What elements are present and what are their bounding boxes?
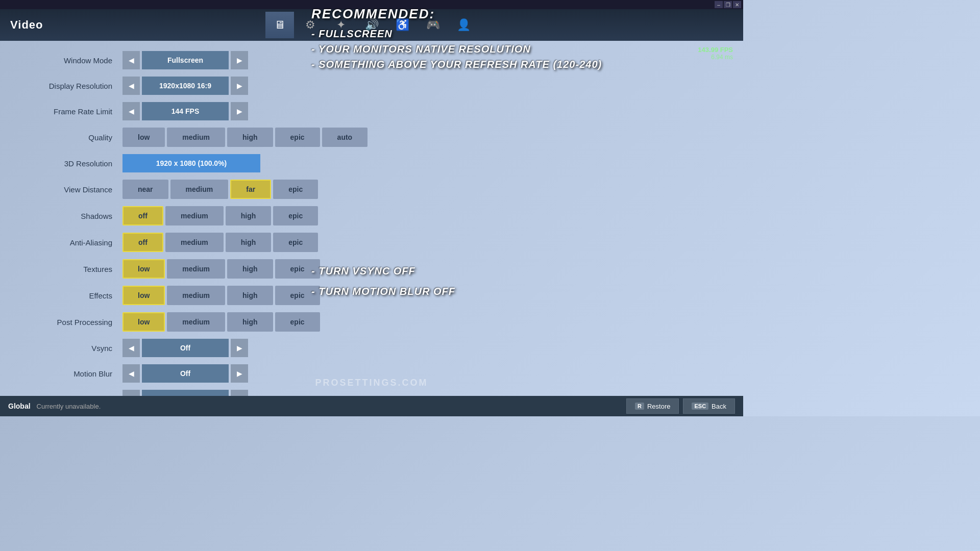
anti-aliasing-off[interactable]: off: [122, 233, 163, 252]
frame-rate-value: 144 FPS: [142, 102, 229, 120]
quality-high[interactable]: high: [227, 128, 273, 147]
window-mode-value: Fullscreen: [142, 51, 229, 69]
nav-tabs: 🖥 ⚙ ✦ 🔊 ♿ 🎮 👤: [265, 12, 478, 38]
quality-low[interactable]: low: [122, 128, 165, 147]
quality-row: Quality low medium high epic auto: [20, 128, 723, 147]
restore-label: Restore: [647, 403, 671, 410]
tab-accessibility[interactable]: ♿: [388, 12, 416, 38]
frame-rate-prev[interactable]: ◀: [122, 102, 140, 120]
window-mode-label: Window Mode: [20, 56, 122, 65]
shadows-epic[interactable]: epic: [273, 206, 318, 226]
display-resolution-label: Display Resolution: [20, 82, 122, 90]
footer: Global Currently unavailable. R Restore …: [0, 396, 743, 416]
anti-aliasing-medium[interactable]: medium: [165, 233, 224, 252]
shadows-controls: off medium high epic: [122, 206, 318, 226]
post-processing-row: Post Processing low medium high epic: [20, 312, 723, 332]
tab-controller[interactable]: 🎮: [419, 12, 447, 38]
window-mode-row: Window Mode ◀ Fullscreen ▶: [20, 51, 723, 69]
restore-button[interactable]: ❒: [724, 1, 732, 8]
vsync-next[interactable]: ▶: [231, 339, 248, 357]
back-label: Back: [712, 403, 726, 410]
footer-global-label: Global: [8, 402, 31, 410]
shadows-label: Shadows: [20, 212, 122, 220]
display-resolution-next[interactable]: ▶: [231, 77, 248, 95]
vsync-label: Vsync: [20, 344, 122, 353]
restore-key: R: [635, 403, 644, 410]
view-distance-row: View Distance near medium far epic: [20, 180, 723, 199]
vsync-prev[interactable]: ◀: [122, 339, 140, 357]
tab-game[interactable]: ⚙: [296, 12, 325, 38]
back-key: ESC: [692, 403, 708, 410]
effects-low[interactable]: low: [122, 286, 165, 305]
anti-aliasing-controls: off medium high epic: [122, 233, 318, 252]
resolution-3d-controls: 980 x 551 (100.0%): [122, 154, 260, 172]
header: Video 🖥 ⚙ ✦ 🔊 ♿ 🎮 👤: [0, 9, 743, 41]
resolution-3d-row: 3D Resolution 980 x 551 (100.0%): [20, 154, 723, 172]
post-processing-low[interactable]: low: [122, 312, 165, 332]
display-resolution-prev[interactable]: ◀: [122, 77, 140, 95]
textures-controls: low medium high epic: [122, 259, 320, 279]
frame-rate-next[interactable]: ▶: [231, 102, 248, 120]
effects-epic[interactable]: epic: [275, 286, 320, 305]
close-button[interactable]: ✕: [733, 1, 741, 8]
motion-blur-controls: ◀ Off ▶: [122, 364, 248, 383]
restore-button[interactable]: R Restore: [626, 398, 679, 414]
motion-blur-value: Off: [142, 364, 229, 383]
effects-controls: low medium high epic: [122, 286, 320, 305]
quality-auto[interactable]: auto: [322, 128, 368, 147]
tab-audio[interactable]: 🔊: [357, 12, 386, 38]
quality-medium[interactable]: medium: [167, 128, 225, 147]
effects-label: Effects: [20, 291, 122, 300]
quality-label: Quality: [20, 133, 122, 142]
textures-epic[interactable]: epic: [275, 259, 320, 279]
shadows-row: Shadows off medium high epic: [20, 206, 723, 226]
display-resolution-value: 980x551 16:9: [142, 77, 229, 95]
anti-aliasing-epic[interactable]: epic: [273, 233, 318, 252]
motion-blur-row: Motion Blur ◀ Off ▶: [20, 364, 723, 383]
shadows-high[interactable]: high: [226, 206, 272, 226]
view-distance-near[interactable]: near: [122, 180, 168, 199]
vsync-value: Off: [142, 339, 229, 357]
effects-high[interactable]: high: [227, 286, 273, 305]
post-processing-medium[interactable]: medium: [167, 312, 225, 332]
tab-video[interactable]: 🖥: [265, 12, 294, 38]
motion-blur-label: Motion Blur: [20, 369, 122, 378]
main-content: Window Mode ◀ Fullscreen ▶ Display Resol…: [0, 41, 743, 396]
post-processing-high[interactable]: high: [227, 312, 273, 332]
minimize-button[interactable]: –: [715, 1, 723, 8]
effects-medium[interactable]: medium: [167, 286, 225, 305]
view-distance-epic[interactable]: epic: [273, 180, 318, 199]
textures-high[interactable]: high: [227, 259, 273, 279]
motion-blur-prev[interactable]: ◀: [122, 364, 140, 383]
title-bar: – ❒ ✕: [0, 0, 743, 9]
window-mode-controls: ◀ Fullscreen ▶: [122, 51, 248, 69]
post-processing-label: Post Processing: [20, 318, 122, 327]
quality-epic[interactable]: epic: [275, 128, 320, 147]
vsync-row: Vsync ◀ Off ▶: [20, 339, 723, 357]
tab-account[interactable]: 👤: [449, 12, 478, 38]
shadows-off[interactable]: off: [122, 206, 163, 226]
effects-row: Effects low medium high epic: [20, 286, 723, 305]
textures-label: Textures: [20, 265, 122, 273]
view-distance-far[interactable]: far: [230, 180, 271, 199]
tab-brightness[interactable]: ✦: [327, 12, 355, 38]
window-mode-next[interactable]: ▶: [231, 51, 248, 69]
textures-row: Textures low medium high epic: [20, 259, 723, 279]
view-distance-controls: near medium far epic: [122, 180, 318, 199]
anti-aliasing-high[interactable]: high: [226, 233, 272, 252]
motion-blur-next[interactable]: ▶: [231, 364, 248, 383]
quality-controls: low medium high epic auto: [122, 128, 368, 147]
shadows-medium[interactable]: medium: [165, 206, 224, 226]
window-mode-prev[interactable]: ◀: [122, 51, 140, 69]
anti-aliasing-label: Anti-Aliasing: [20, 238, 122, 247]
view-distance-medium[interactable]: medium: [170, 180, 229, 199]
footer-buttons: R Restore ESC Back: [626, 398, 735, 414]
post-processing-epic[interactable]: epic: [275, 312, 320, 332]
vsync-controls: ◀ Off ▶: [122, 339, 248, 357]
back-button[interactable]: ESC Back: [683, 398, 735, 414]
resolution-3d-dropdown[interactable]: 980 x 551 (100.0%): [122, 154, 260, 172]
frame-rate-controls: ◀ 144 FPS ▶: [122, 102, 248, 120]
footer-status: Currently unavailable.: [37, 403, 101, 410]
textures-medium[interactable]: medium: [167, 259, 225, 279]
textures-low[interactable]: low: [122, 259, 165, 279]
